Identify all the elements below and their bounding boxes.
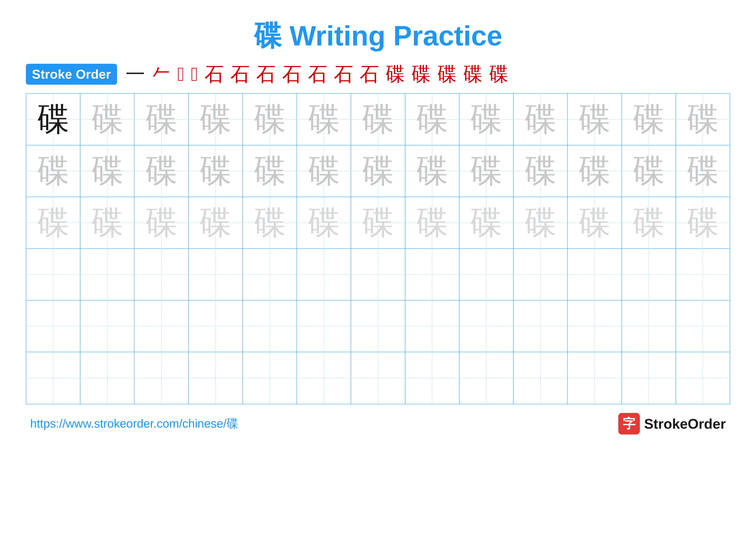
cell-4-6[interactable] [297, 249, 351, 300]
cell-6-10[interactable] [514, 352, 568, 404]
cell-5-8[interactable] [405, 300, 459, 352]
cell-3-5[interactable]: 碟 [243, 197, 297, 248]
cell-5-13[interactable] [676, 300, 730, 352]
cell-1-3[interactable]: 碟 [134, 94, 189, 145]
cell-6-5[interactable] [243, 352, 297, 404]
cell-5-11[interactable] [568, 300, 622, 352]
cell-2-12[interactable]: 碟 [622, 145, 676, 197]
cell-2-11[interactable]: 碟 [568, 145, 622, 197]
cell-4-10[interactable] [514, 249, 568, 300]
stroke-16: 碟 [489, 64, 508, 84]
stroke-11: 石 [360, 64, 379, 84]
char-display: 碟 [308, 207, 340, 239]
cell-6-12[interactable] [622, 352, 676, 404]
cell-4-11[interactable] [568, 249, 622, 300]
cell-3-8[interactable]: 碟 [405, 197, 459, 248]
char-display: 碟 [308, 155, 340, 187]
cell-6-7[interactable] [351, 352, 405, 404]
cell-5-7[interactable] [351, 300, 405, 352]
cell-4-12[interactable] [622, 249, 676, 300]
cell-2-8[interactable]: 碟 [405, 145, 459, 197]
cell-1-8[interactable]: 碟 [405, 94, 459, 145]
cell-2-13[interactable]: 碟 [676, 145, 730, 197]
char-display: 碟 [470, 103, 502, 136]
cell-4-4[interactable] [189, 249, 243, 300]
char-display: 碟 [37, 155, 69, 187]
cell-3-6[interactable]: 碟 [297, 197, 351, 248]
cell-4-9[interactable] [459, 249, 514, 300]
cell-3-4[interactable]: 碟 [189, 197, 243, 248]
cell-3-11[interactable]: 碟 [568, 197, 622, 248]
cell-3-9[interactable]: 碟 [459, 197, 514, 248]
cell-5-4[interactable] [189, 300, 243, 352]
cell-6-11[interactable] [568, 352, 622, 404]
footer-logo: 字 StrokeOrder [618, 413, 726, 435]
cell-1-10[interactable]: 碟 [514, 94, 568, 145]
footer-url[interactable]: https://www.strokeorder.com/chinese/碟 [30, 416, 238, 432]
cell-2-3[interactable]: 碟 [134, 145, 189, 197]
cell-1-13[interactable]: 碟 [676, 94, 730, 145]
cell-3-13[interactable]: 碟 [676, 197, 730, 248]
page-title: 碟 Writing Practice [254, 17, 502, 55]
char-display: 碟 [687, 155, 719, 187]
cell-6-2[interactable] [80, 352, 134, 404]
cell-1-1[interactable]: 碟 [26, 94, 80, 145]
cell-1-4[interactable]: 碟 [189, 94, 243, 145]
grid-row-4 [26, 249, 730, 300]
cell-2-7[interactable]: 碟 [351, 145, 405, 197]
strokeorder-logo-text: StrokeOrder [644, 416, 726, 432]
cell-4-5[interactable] [243, 249, 297, 300]
cell-4-8[interactable] [405, 249, 459, 300]
cell-5-5[interactable] [243, 300, 297, 352]
cell-2-4[interactable]: 碟 [189, 145, 243, 197]
cell-3-1[interactable]: 碟 [26, 197, 80, 248]
char-display: 碟 [416, 155, 448, 187]
cell-4-13[interactable] [676, 249, 730, 300]
cell-4-2[interactable] [80, 249, 134, 300]
cell-2-2[interactable]: 碟 [80, 145, 134, 197]
cell-6-13[interactable] [676, 352, 730, 404]
cell-3-7[interactable]: 碟 [351, 197, 405, 248]
char-display: 碟 [254, 155, 286, 187]
cell-2-5[interactable]: 碟 [243, 145, 297, 197]
cell-6-8[interactable] [405, 352, 459, 404]
cell-2-6[interactable]: 碟 [297, 145, 351, 197]
stroke-order-row: Stroke Order 一 𠂉 𠃌 𠄌 石 石 石 石 石 石 石 碟 碟 碟… [26, 64, 730, 85]
cell-1-11[interactable]: 碟 [568, 94, 622, 145]
cell-1-7[interactable]: 碟 [351, 94, 405, 145]
cell-6-4[interactable] [189, 352, 243, 404]
cell-4-3[interactable] [134, 249, 189, 300]
cell-1-9[interactable]: 碟 [459, 94, 514, 145]
cell-1-5[interactable]: 碟 [243, 94, 297, 145]
cell-5-1[interactable] [26, 300, 80, 352]
cell-2-1[interactable]: 碟 [26, 145, 80, 197]
cell-2-9[interactable]: 碟 [459, 145, 514, 197]
cell-3-3[interactable]: 碟 [134, 197, 189, 248]
cell-5-12[interactable] [622, 300, 676, 352]
cell-6-6[interactable] [297, 352, 351, 404]
cell-1-2[interactable]: 碟 [80, 94, 134, 145]
char-display: 碟 [524, 207, 557, 239]
cell-5-3[interactable] [134, 300, 189, 352]
cell-4-1[interactable] [26, 249, 80, 300]
cell-3-2[interactable]: 碟 [80, 197, 134, 248]
cell-1-12[interactable]: 碟 [622, 94, 676, 145]
grid-row-5 [26, 300, 730, 352]
cell-6-1[interactable] [26, 352, 80, 404]
cell-2-10[interactable]: 碟 [514, 145, 568, 197]
cell-5-2[interactable] [80, 300, 134, 352]
stroke-8: 石 [282, 64, 302, 84]
cell-4-7[interactable] [351, 249, 405, 300]
cell-5-6[interactable] [297, 300, 351, 352]
grid-row-2: 碟 碟 碟 碟 碟 碟 碟 碟 碟 碟 碟 碟 碟 [26, 145, 730, 197]
char-display: 碟 [687, 103, 719, 136]
cell-3-10[interactable]: 碟 [514, 197, 568, 248]
cell-6-9[interactable] [459, 352, 514, 404]
cell-5-9[interactable] [459, 300, 514, 352]
cell-6-3[interactable] [134, 352, 189, 404]
practice-grid: 碟 碟 碟 碟 碟 碟 碟 碟 碟 碟 碟 碟 碟 碟 碟 碟 碟 碟 碟 碟 … [26, 93, 730, 404]
char-display: 碟 [199, 103, 232, 136]
cell-1-6[interactable]: 碟 [297, 94, 351, 145]
cell-3-12[interactable]: 碟 [622, 197, 676, 248]
cell-5-10[interactable] [514, 300, 568, 352]
